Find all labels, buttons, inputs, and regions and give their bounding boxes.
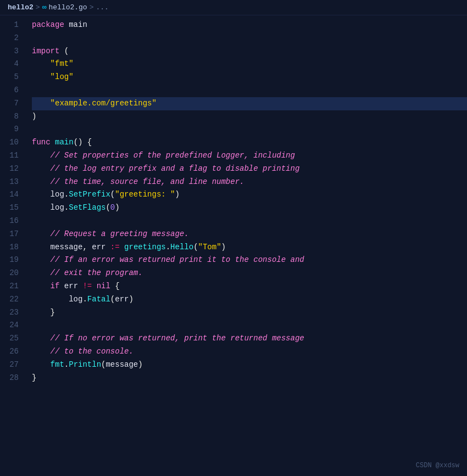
code-line-26: // to the console. [32,345,467,359]
breadcrumb: hello2 > ∞ hello2.go > ... [0,0,467,15]
code-line-22: log.Fatal(err) [32,293,467,306]
code-line-2 [32,32,467,45]
code-line-17: // Request a greeting message. [32,228,467,241]
watermark: CSDN @xxdsw [416,462,459,469]
ln-8: 8 [0,110,23,124]
ln-10: 10 [0,136,23,149]
ln-28: 28 [0,372,23,385]
ln-16: 16 [0,215,23,228]
code-line-14: log.SetPrefix("greetings: ") [32,188,467,201]
code-line-10: func main() { [32,136,467,149]
code-line-3: import ( [32,45,467,58]
code-line-5: "log" [32,71,467,84]
ln-6: 6 [0,84,23,97]
ln-14: 14 [0,188,23,201]
ln-3: 3 [0,45,23,58]
ln-21: 21 [0,280,23,293]
line-numbers: 1 2 3 4 5 6 7 8 9 10 11 12 13 14 15 16 1… [0,19,29,473]
code-line-25: // If no error was returned, print the r… [32,332,467,345]
ln-4: 4 [0,58,23,71]
breadcrumb-file: hello2.go [48,3,87,12]
code-area: 1 2 3 4 5 6 7 8 9 10 11 12 13 14 15 16 1… [0,15,467,476]
code-line-4: "fmt" [32,58,467,71]
code-line-28: } [32,372,467,385]
ln-5: 5 [0,71,23,84]
code-line-12: // the log entry prefix and a flag to di… [32,163,467,176]
ln-26: 26 [0,345,23,359]
code-line-8: ) [32,110,467,124]
ln-22: 22 [0,293,23,306]
code-line-6 [32,84,467,97]
ln-13: 13 [0,176,23,189]
ln-7: 7 [0,97,23,110]
code-line-16 [32,215,467,228]
breadcrumb-sep1: > [36,3,40,12]
code-line-20: // exit the program. [32,267,467,280]
ln-17: 17 [0,228,23,241]
breadcrumb-folder: hello2 [8,3,34,12]
code-line-13: // the time, source file, and line numbe… [32,176,467,189]
code-line-11: // Set properties of the predefined Logg… [32,149,467,163]
ln-24: 24 [0,319,23,332]
code-line-1: package main [32,19,467,32]
ln-18: 18 [0,241,23,254]
breadcrumb-dots: ... [96,3,108,12]
code-line-19: // If an error was returned print it to … [32,254,467,267]
ln-12: 12 [0,163,23,176]
editor-container: hello2 > ∞ hello2.go > ... 1 2 3 4 5 6 7… [0,0,467,476]
breadcrumb-sep2: > [90,3,94,12]
go-icon: ∞ [42,3,47,12]
ln-20: 20 [0,267,23,280]
ln-25: 25 [0,332,23,345]
code-line-7: "example.com/greetings" [32,97,467,110]
code-content: package main import ( "fmt" "log" "examp… [29,19,467,473]
ln-15: 15 [0,201,23,215]
code-line-23: } [32,306,467,320]
ln-9: 9 [0,123,23,136]
code-line-15: log.SetFlags(0) [32,201,467,215]
ln-23: 23 [0,306,23,320]
ln-11: 11 [0,149,23,163]
ln-2: 2 [0,32,23,45]
ln-1: 1 [0,19,23,32]
code-line-18: message, err := greetings.Hello("Tom") [32,241,467,254]
code-line-27: fmt.Println(message) [32,359,467,372]
ln-19: 19 [0,254,23,267]
code-line-9 [32,123,467,136]
ln-27: 27 [0,359,23,372]
code-line-24 [32,319,467,332]
code-line-21: if err != nil { [32,280,467,293]
